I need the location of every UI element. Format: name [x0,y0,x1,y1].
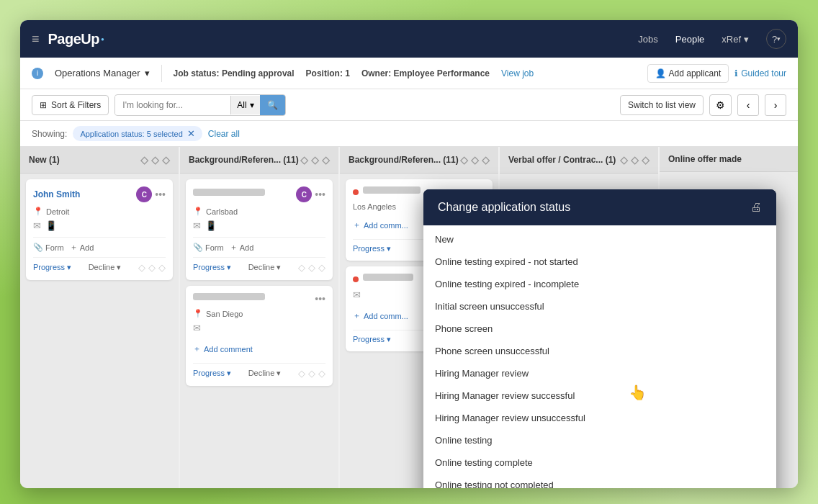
col-body-bg1: C ••• 📍 Carlsbad ✉ 📱 📎 Form [180,174,338,488]
status-item-hm-suc[interactable]: Hiring Manager review successful [423,384,776,407]
nav-help-button[interactable]: ? ▾ [766,29,786,49]
email-icon[interactable]: ✉ [33,220,41,231]
progress-button[interactable]: Progress ▾ [353,244,391,253]
col-icon-2[interactable]: ◇ [631,154,639,166]
sort-filter-button[interactable]: ⊞ Sort & Filters [32,95,109,115]
status-item-hm-uns[interactable]: Hiring Manager review unsuccessful [423,407,776,429]
search-input[interactable] [115,96,230,114]
phone-icon[interactable]: 📱 [45,220,57,231]
plus-icon-card: ＋ [70,242,78,253]
col-icon-2[interactable]: ◇ [471,154,479,166]
nav-people[interactable]: People [675,34,704,45]
flag-icon-3[interactable]: ◇ [318,368,325,379]
form-button[interactable]: 📎 Form [193,242,224,253]
col-icon-2[interactable]: ◇ [311,154,319,166]
progress-button[interactable]: Progress ▾ [193,263,231,272]
flag-icon-1[interactable]: ◇ [138,262,145,273]
status-item-phone[interactable]: Phone screen [423,318,776,340]
sort-filter-label: Sort & Filters [51,100,101,110]
chevron-down-icon: ▾ [744,34,749,45]
card-footer: Progress ▾ Decline ▾ ◇ ◇ ◇ [33,257,166,273]
search-button[interactable]: 🔍 [260,95,285,115]
col-icon-3[interactable]: ◇ [642,154,650,166]
avatar: C [136,186,152,202]
plus-icon-comment: ＋ [193,343,201,354]
col-icon-3[interactable]: ◇ [322,154,330,166]
email-icon[interactable]: ✉ [193,323,201,333]
status-item-is-uns[interactable]: Initial screen unsuccessful [423,295,776,318]
card-menu-dots[interactable]: ••• [315,189,325,200]
col-header-verbal: Verbal offer / Contrac... (1) ◇ ◇ ◇ [500,147,658,174]
clear-all-link[interactable]: Clear all [208,129,240,139]
decline-button[interactable]: Decline ▾ [248,263,282,272]
guided-tour-button[interactable]: ℹ Guided tour [734,65,786,82]
card-flag-icons: ◇ ◇ ◇ [298,368,325,379]
col-icon-3[interactable]: ◇ [482,154,490,166]
job-title-button[interactable]: Operations Manager ▾ [55,68,150,78]
search-icon: 🔍 [267,100,278,110]
phone-icon[interactable]: 📱 [205,220,217,231]
progress-button[interactable]: Progress ▾ [33,263,71,272]
search-all-dropdown[interactable]: All ▾ [230,96,259,114]
location-pin-icon: 📍 [193,309,203,318]
filter-tag-remove[interactable]: ✕ [187,128,195,139]
status-item-hm[interactable]: Hiring Manager review [423,362,776,384]
settings-button[interactable]: ⚙ [709,94,732,116]
status-item-ot-not-comp[interactable]: Online testing not completed [423,474,776,488]
view-job-link[interactable]: View job [501,68,534,78]
flag-icon-2[interactable]: ◇ [308,368,315,379]
col-icon-2[interactable]: ◇ [151,154,159,166]
col-icon-1[interactable]: ◇ [300,154,308,166]
progress-button[interactable]: Progress ▾ [193,369,231,378]
status-item-phone-uns[interactable]: Phone screen unsuccessful [423,340,776,362]
card-menu-dots[interactable]: ••• [155,189,166,200]
col-title-verbal: Verbal offer / Contrac... (1) [508,155,616,165]
nav-jobs[interactable]: Jobs [638,34,657,45]
card-menu-dots[interactable]: ••• [315,293,325,305]
card-header: C ••• [193,186,325,202]
filter-icon: ⊞ [40,100,47,110]
flag-icon-3[interactable]: ◇ [158,262,166,273]
blurred-name [363,274,413,281]
decline-button[interactable]: Decline ▾ [89,263,122,272]
top-nav: ≡ PageUp● Jobs People xRef ▾ ? ▾ [20,20,798,58]
print-button[interactable]: 🖨 [750,201,762,214]
next-arrow-button[interactable]: › [765,94,786,116]
status-item-ot[interactable]: Online testing [423,429,776,451]
status-item-ot-comp[interactable]: Online testing complete [423,451,776,474]
col-header-bg1: Background/Referen... (11) ◇ ◇ ◇ [180,147,338,174]
flag-icon-3[interactable]: ◇ [318,262,325,273]
change-status-modal[interactable]: Change application status 🖨 New Online t… [423,189,776,488]
nav-xref[interactable]: xRef ▾ [722,34,749,45]
decline-button[interactable]: Decline ▾ [248,369,282,378]
flag-icon-1[interactable]: ◇ [298,368,305,379]
col-icon-1[interactable]: ◇ [620,154,628,166]
form-button[interactable]: 📎 Form [33,242,64,253]
email-icon[interactable]: ✉ [353,289,361,300]
col-header-new: New (1) ◇ ◇ ◇ [20,147,179,174]
col-icon-3[interactable]: ◇ [162,154,170,166]
flag-icon-2[interactable]: ◇ [148,262,156,273]
location-pin-icon: 📍 [33,207,43,216]
flag-icon-1[interactable]: ◇ [298,262,305,273]
prev-arrow-button[interactable]: ‹ [737,94,759,116]
status-item-ote-inc[interactable]: Online testing expired - incomplete [423,273,776,295]
candidate-name[interactable]: John Smith [33,189,80,199]
switch-list-view-button[interactable]: Switch to list view [620,95,704,115]
card-header: John Smith C ••• [33,186,166,202]
status-item-ote-ns[interactable]: Online testing expired - not started [423,251,776,273]
add-applicant-button[interactable]: 👤 Add applicant [647,64,729,83]
email-icon[interactable]: ✉ [193,220,201,231]
progress-button[interactable]: Progress ▾ [353,335,391,344]
hamburger-icon[interactable]: ≡ [32,32,40,47]
plus-icon-comment: ＋ [353,310,361,321]
col-icon-1[interactable]: ◇ [140,154,148,166]
add-button[interactable]: ＋ Add [70,242,94,253]
flag-icon-2[interactable]: ◇ [308,262,315,273]
col-icon-1[interactable]: ◇ [460,154,468,166]
chevron-icon: ▾ [250,100,254,110]
status-item-new[interactable]: New [423,228,776,251]
red-dot-indicator [353,276,359,282]
add-button[interactable]: ＋ Add [230,242,254,253]
add-comment-button[interactable]: ＋ Add comment [193,339,325,359]
